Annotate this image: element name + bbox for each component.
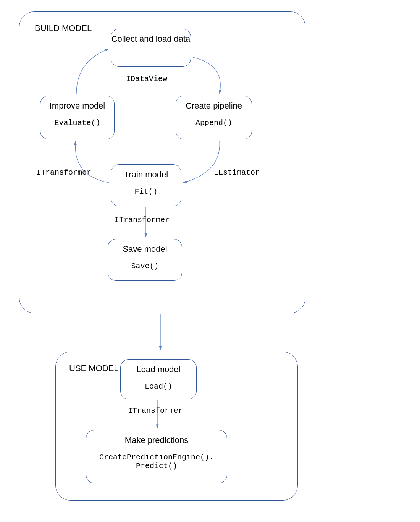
improve-model-node: Improve model Evaluate() — [40, 96, 115, 139]
iestimator-label: IEstimator — [214, 168, 260, 177]
save-model-node: Save model Save() — [108, 239, 182, 281]
create-pipeline-node: Create pipeline Append() — [176, 96, 252, 139]
save-model-method: Save() — [108, 262, 182, 271]
save-model-title: Save model — [108, 244, 182, 255]
train-model-node: Train model Fit() — [111, 164, 181, 206]
make-predictions-title: Make predictions — [86, 435, 227, 446]
train-model-title: Train model — [111, 169, 181, 180]
idataview-label: IDataView — [126, 75, 167, 83]
create-pipeline-method: Append() — [176, 118, 252, 127]
itransformer-down-label: ITransformer — [115, 216, 170, 224]
load-model-method: Load() — [121, 382, 196, 391]
collect-data-node: Collect and load data — [111, 29, 191, 67]
itransformer-use-label: ITransformer — [128, 406, 183, 415]
build-model-label: BUILD MODEL — [35, 23, 92, 33]
make-predictions-method: CreatePredictionEngine(). Predict() — [86, 453, 227, 470]
create-pipeline-title: Create pipeline — [176, 101, 252, 112]
load-model-title: Load model — [121, 364, 196, 375]
improve-model-method: Evaluate() — [40, 118, 114, 127]
improve-model-title: Improve model — [40, 101, 114, 112]
load-model-node: Load model Load() — [120, 359, 197, 399]
make-predictions-node: Make predictions CreatePredictionEngine(… — [86, 430, 227, 483]
itransformer-left-label: ITransformer — [36, 168, 91, 177]
collect-data-title: Collect and load data — [111, 34, 191, 45]
train-model-method: Fit() — [111, 187, 181, 196]
use-model-label: USE MODEL — [69, 363, 119, 373]
